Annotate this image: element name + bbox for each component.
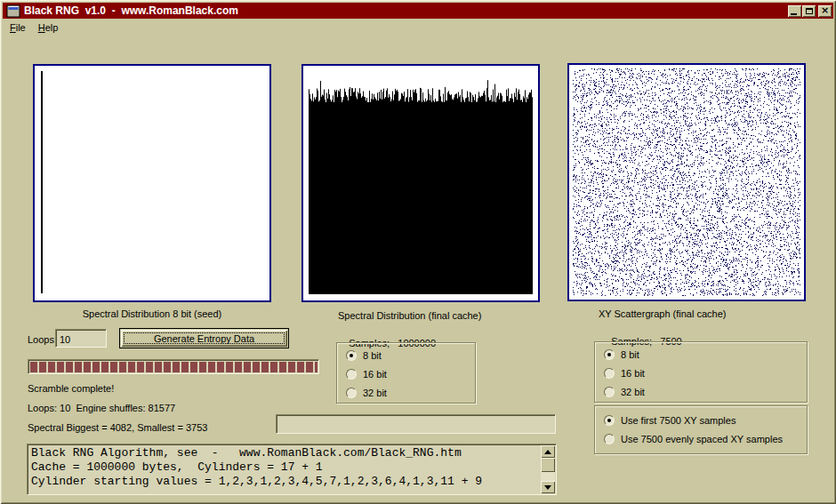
- entropy-progress-bar: [28, 359, 319, 374]
- arrow-down-icon: [544, 485, 551, 490]
- app-icon: [6, 4, 20, 18]
- close-button[interactable]: ×: [818, 5, 832, 17]
- radio-icon: [346, 388, 357, 398]
- maximize-icon: [806, 8, 813, 14]
- scrollbar-thumb[interactable]: [541, 458, 555, 472]
- radio-icon: [604, 368, 615, 379]
- loops-label: Loops:: [28, 334, 57, 345]
- close-icon: ×: [821, 5, 829, 15]
- radio-icon: [604, 434, 615, 444]
- xy-scattergraph-panel: [567, 63, 806, 301]
- radio-label: 32 bit: [621, 387, 645, 397]
- arrow-up-icon: [544, 450, 551, 454]
- seed-panel-caption: Spectral Distribution 8 bit (seed): [33, 308, 271, 320]
- scatter-panel-caption: XY Scattergraph (final cache): [599, 308, 726, 320]
- cache-radio-32bit[interactable]: 32 bit: [337, 383, 475, 402]
- app-window: Black RNG v1.0 - www.RomanBlack.com × Fi…: [0, 0, 836, 504]
- radio-label: 8 bit: [621, 349, 639, 360]
- radio-label: 16 bit: [621, 368, 645, 379]
- radio-label: 32 bit: [363, 388, 387, 398]
- window-controls: ×: [787, 5, 832, 17]
- xy-radio-evenly-spaced[interactable]: Use 7500 evenly spaced XY samples: [595, 429, 807, 448]
- cache-spectral-graph: [303, 66, 538, 300]
- scatter-radio-16bit[interactable]: 16 bit: [595, 364, 807, 382]
- seed-spectral-spike: [41, 71, 43, 293]
- secondary-progress-field: [276, 414, 556, 434]
- cache-spectral-panel: [301, 64, 540, 302]
- loops-input[interactable]: [55, 329, 107, 348]
- seed-spectral-panel: [33, 64, 271, 302]
- radio-icon: [604, 349, 615, 360]
- scatter-bit-depth-group: 8 bit 16 bit 32 bit: [594, 341, 808, 403]
- info-scrollbar: [541, 445, 555, 493]
- titlebar: Black RNG v1.0 - www.RomanBlack.com ×: [3, 3, 833, 19]
- xy-sampling-group: Use first 7500 XY samples Use 7500 evenl…: [594, 405, 808, 454]
- algorithm-info-box[interactable]: Black RNG Algorithm, see - www.RomanBlac…: [27, 444, 557, 495]
- xy-scattergraph: [569, 65, 804, 300]
- scroll-up-button[interactable]: [541, 445, 555, 458]
- radio-label: Use 7500 evenly spaced XY samples: [621, 434, 783, 444]
- radio-icon: [346, 350, 357, 361]
- menu-bar: FileHelp: [3, 19, 833, 36]
- radio-label: 8 bit: [363, 350, 382, 361]
- window-title: Black RNG v1.0 - www.RomanBlack.com: [24, 4, 787, 17]
- radio-icon: [604, 387, 615, 397]
- minimize-button[interactable]: [788, 5, 801, 17]
- radio-label: 16 bit: [363, 369, 387, 380]
- generate-entropy-label: Generate Entropy Data: [154, 333, 254, 344]
- cache-radio-16bit[interactable]: 16 bit: [337, 364, 475, 383]
- radio-label: Use first 7500 XY samples: [621, 415, 736, 426]
- cache-bit-depth-group: 8 bit 16 bit 32 bit: [336, 342, 476, 404]
- menu-help[interactable]: Help: [32, 20, 65, 36]
- cache-panel-caption: Spectral Distribution (final cache): [338, 310, 481, 322]
- maximize-button[interactable]: [802, 5, 816, 17]
- scroll-down-button[interactable]: [541, 481, 555, 493]
- status-spectral-range: Spectral Biggest = 4082, Smallest = 3753: [28, 422, 207, 433]
- entropy-progress-fill: [30, 362, 318, 372]
- minimize-icon: [791, 13, 797, 15]
- status-scramble: Scramble complete!: [28, 383, 114, 394]
- scatter-radio-32bit[interactable]: 32 bit: [595, 382, 807, 401]
- generate-entropy-button[interactable]: Generate Entropy Data: [119, 328, 289, 348]
- radio-icon: [346, 369, 357, 380]
- menu-file[interactable]: File: [4, 20, 32, 36]
- scatter-radio-8bit[interactable]: 8 bit: [595, 345, 807, 364]
- algorithm-info-text: Black RNG Algorithm, see - www.RomanBlac…: [28, 445, 540, 493]
- radio-icon: [604, 415, 615, 426]
- xy-radio-first-samples[interactable]: Use first 7500 XY samples: [595, 411, 807, 429]
- cache-radio-8bit[interactable]: 8 bit: [337, 346, 475, 364]
- status-loops-shuffles: Loops: 10 Engine shuffles: 81577: [28, 403, 175, 413]
